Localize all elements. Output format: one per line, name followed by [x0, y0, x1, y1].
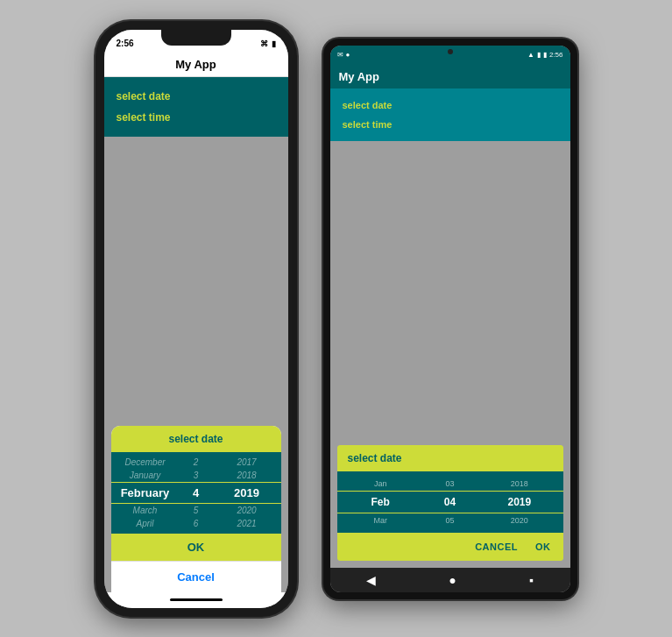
ios-gray-area [104, 137, 288, 426]
android-picker-area[interactable]: Jan 03 2018 Feb 04 2019 Mar 05 2020 [337, 471, 563, 533]
mail-icon: ✉ [337, 51, 343, 59]
ios-screen: 2:56 ⌘ ▮ My App select date select time … [104, 30, 288, 608]
android-app-bar: My App [330, 65, 570, 88]
android-cancel-button[interactable]: CANCEL [473, 538, 520, 556]
android-camera [448, 49, 453, 54]
android-time: 2:56 [549, 51, 563, 59]
android-phone: ✉ ● ▲ ▮ ▮ 2:56 My App select date select… [323, 39, 577, 599]
ios-nav-bar: My App [104, 54, 288, 77]
android-wifi-icon: ▲ [527, 51, 534, 59]
android-day-2: 05 [415, 516, 485, 525]
android-year-2: 2020 [485, 516, 554, 525]
ios-cancel-button[interactable]: Cancel [111, 561, 281, 592]
android-picker-row-2[interactable]: Mar 05 2020 [337, 513, 563, 527]
ios-app-content: select date select time select date Dece… [104, 77, 288, 608]
ios-status-icons: ⌘ ▮ [260, 39, 276, 48]
android-back-icon[interactable]: ◀ [366, 573, 376, 587]
android-nav-bar: ◀ ● ▪ [330, 568, 570, 592]
android-status-left: ✉ ● [337, 51, 350, 59]
android-month-selected: Feb [346, 496, 415, 508]
android-dialog-actions: CANCEL OK [337, 533, 563, 561]
android-screen: ✉ ● ▲ ▮ ▮ 2:56 My App select date select… [330, 46, 570, 592]
year-1: 2018 [222, 471, 272, 480]
ios-phone: 2:56 ⌘ ▮ My App select date select time … [95, 21, 297, 617]
ios-ok-button[interactable]: OK [111, 534, 281, 561]
ios-header: select date select time [104, 77, 288, 137]
day-1: 3 [171, 471, 222, 480]
ios-dialog-title: select date [111, 426, 281, 452]
ios-home-indicator [170, 598, 223, 601]
android-recents-icon[interactable]: ▪ [529, 573, 534, 587]
android-signal-icon: ▮ [537, 51, 541, 59]
month-1: January [120, 471, 171, 480]
battery-icon: ▮ [272, 39, 276, 48]
ios-time: 2:56 [117, 39, 134, 48]
android-gray-area [330, 141, 570, 438]
android-year-selected: 2019 [485, 496, 554, 508]
android-month-0: Jan [346, 479, 415, 488]
month-selected: February [120, 486, 171, 499]
android-ok-button[interactable]: OK [534, 538, 553, 556]
ios-home-bar [104, 592, 288, 608]
month-0: December [120, 457, 171, 467]
ios-picker-row-1[interactable]: January 3 2018 [111, 469, 281, 482]
month-4: April [120, 519, 171, 528]
android-dialog-title: select date [337, 445, 563, 471]
ios-select-date-label[interactable]: select date [117, 86, 276, 107]
year-0: 2017 [222, 457, 272, 467]
ios-app-title: My App [175, 58, 216, 71]
android-picker-row-0[interactable]: Jan 03 2018 [337, 477, 563, 491]
android-day-0: 03 [415, 479, 485, 488]
day-3: 5 [171, 506, 222, 515]
ios-select-time-label[interactable]: select time [117, 107, 276, 128]
wifi-icon: ⌘ [260, 39, 268, 48]
day-selected: 4 [171, 486, 222, 499]
circle-icon: ● [346, 51, 350, 59]
ios-dialog: select date December 2 2017 January 3 20… [111, 426, 281, 592]
ios-notch [161, 30, 231, 46]
month-3: March [120, 506, 171, 515]
ios-picker-row-selected[interactable]: February 4 2019 [111, 482, 281, 504]
ios-picker-area[interactable]: December 2 2017 January 3 2018 February … [111, 452, 281, 534]
android-select-time-label[interactable]: select time [343, 115, 558, 134]
ios-picker-row-0[interactable]: December 2 2017 [111, 456, 281, 469]
android-day-selected: 04 [415, 496, 485, 508]
android-header: select date select time [330, 88, 570, 141]
year-selected: 2019 [222, 486, 272, 499]
year-4: 2021 [222, 519, 272, 528]
android-picker-row-selected[interactable]: Feb 04 2019 [337, 491, 563, 513]
android-home-icon[interactable]: ● [449, 573, 456, 587]
android-battery-icon: ▮ [543, 51, 547, 59]
android-status-right: ▲ ▮ ▮ 2:56 [527, 51, 563, 59]
day-4: 6 [171, 519, 222, 528]
ios-picker-row-4[interactable]: April 6 2021 [111, 517, 281, 530]
android-dialog: select date Jan 03 2018 Feb 04 2019 Mar … [337, 445, 563, 561]
day-0: 2 [171, 457, 222, 467]
ios-picker-row-3[interactable]: March 5 2020 [111, 504, 281, 517]
year-3: 2020 [222, 506, 272, 515]
android-month-2: Mar [346, 516, 415, 525]
android-year-0: 2018 [485, 479, 554, 488]
android-select-date-label[interactable]: select date [343, 96, 558, 115]
android-app-title: My App [339, 70, 379, 83]
